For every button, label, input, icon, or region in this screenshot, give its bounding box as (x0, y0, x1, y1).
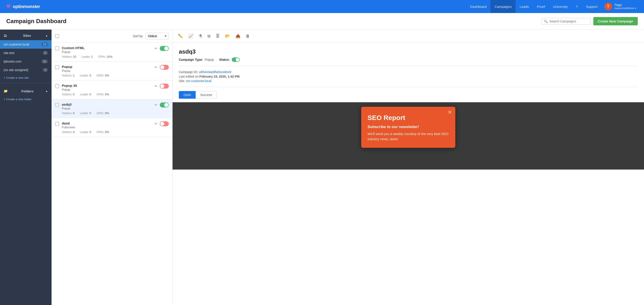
nav-dashboard[interactable]: Dashboard (466, 0, 490, 13)
sites-icon: 🗂 (4, 34, 7, 38)
detail-campaign-name: asdq3 (179, 48, 638, 55)
popup-close-icon[interactable]: ✕ (448, 109, 452, 115)
sidebar-item-site-test[interactable]: site.test 0 (0, 49, 52, 57)
toolbar-delete-icon[interactable]: 🗑 (245, 33, 251, 40)
nav-leads[interactable]: Leads (516, 0, 533, 13)
create-campaign-button[interactable]: Create New Campaign (593, 17, 638, 25)
content-area: Sort by Oldest Newest Name A-Z Name Z-A … (52, 30, 644, 305)
campaign-actions-5: ✏ (154, 121, 169, 126)
detail-body: asdq3 Campaign Type: Popup Status: Campa… (172, 43, 644, 175)
sidebar-item-label-1: om-customer.local (4, 43, 42, 46)
logo[interactable]: 👾 optinmonster (6, 4, 40, 10)
toolbar-archive-icon[interactable]: 🗄 (215, 33, 221, 40)
nav-university[interactable]: University (549, 0, 572, 13)
campaign-name-1: Custom HTML (62, 46, 152, 50)
search-icon: 🔍 (544, 20, 548, 23)
campaign-detail: ✏️ 📈 ⚗ ⧉ 🗄 📂 📤 🗑 asdq3 Campaign Type: Po… (172, 30, 644, 305)
sidebar-item-tjdsneto[interactable]: tjdsneto.com 11 (0, 57, 52, 66)
sidebar-badge-4: 3 (42, 68, 48, 72)
campaign-actions-2: ✏ (154, 65, 169, 70)
campaign-actions-1: ✏ (154, 46, 169, 51)
campaign-checkbox-2[interactable] (55, 65, 59, 69)
sidebar-item-no-site[interactable]: (no site assigned) 3 (0, 66, 52, 74)
sites-label: Sites (23, 34, 31, 38)
tab-success[interactable]: Success (196, 91, 217, 99)
avatar: T (604, 3, 612, 10)
user-menu[interactable]: T Tiago AwesomeMotive ▾ (602, 3, 638, 10)
status-toggle-5[interactable] (160, 121, 169, 126)
folders-section: 📁 Folders ▲ + Create a new folder (0, 85, 52, 103)
popup-subtitle: Subscribe to our newsletter! (368, 125, 449, 129)
create-new-site-link[interactable]: + Create a new site (0, 74, 52, 81)
folders-toggle-icon: ▲ (45, 90, 48, 93)
edit-campaign-2-icon[interactable]: ✏ (154, 65, 158, 69)
detail-meta-type: Campaign Type: Popup Status: (179, 57, 638, 62)
sidebar-item-label-2: site.test (4, 51, 42, 55)
detail-status-toggle[interactable] (232, 57, 240, 62)
nav-proof[interactable]: Proof (533, 0, 549, 13)
edit-campaign-4-icon[interactable]: ✏ (154, 103, 158, 107)
edit-campaign-1-icon[interactable]: ✏ (154, 47, 158, 51)
sidebar-item-label-4: (no site assigned) (4, 68, 42, 72)
campaign-name-2: Popup (62, 65, 152, 69)
sidebar-item-om-customer[interactable]: om-customer.local 12 (0, 40, 52, 49)
campaign-checkbox-4[interactable] (55, 103, 59, 107)
toolbar-copy-icon[interactable]: ⧉ (206, 33, 211, 40)
nav-campaigns[interactable]: Campaigns (490, 0, 516, 13)
search-box[interactable]: 🔍 (541, 18, 591, 25)
campaign-checkbox-3[interactable] (55, 84, 59, 88)
folders-label: Folders (21, 89, 34, 93)
sort-select[interactable]: Oldest Newest Name A-Z Name Z-A (146, 33, 169, 40)
campaign-info-3: Popup 35 Popup Visitors: 0 Leads: 0 CR%:… (62, 84, 152, 96)
campaign-row-2[interactable]: Popup Popup Visitors: 1 Leads: 0 CR%: 0%… (52, 62, 172, 81)
status-toggle-4[interactable] (160, 103, 169, 107)
toolbar-folder-icon[interactable]: 📂 (224, 33, 231, 40)
popup-title: SEO Report (368, 114, 449, 122)
sidebar-badge-1: 12 (42, 42, 48, 47)
campaign-row-3[interactable]: Popup 35 Popup Visitors: 0 Leads: 0 CR%:… (52, 81, 172, 99)
campaign-name-3: Popup 35 (62, 84, 152, 88)
campaign-row-5[interactable]: dasd Fullscreen Visitors: 0 Leads: 0 CR%… (52, 118, 172, 137)
campaign-info-2: Popup Popup Visitors: 1 Leads: 0 CR%: 0% (62, 65, 152, 77)
campaign-checkbox-1[interactable] (55, 47, 59, 51)
search-input[interactable] (550, 20, 588, 23)
support-link[interactable]: Support (582, 0, 602, 13)
campaign-row-4[interactable]: asdq3 Popup Visitors: 6 Leads: 0 CR%: 0%… (52, 99, 172, 118)
create-new-folder-link[interactable]: + Create a new folder (0, 96, 52, 103)
status-toggle-2[interactable] (160, 65, 169, 70)
header-checkbox[interactable] (55, 34, 59, 38)
toolbar-export-icon[interactable]: 📤 (234, 33, 241, 40)
status-toggle-3[interactable] (160, 84, 169, 89)
sidebar-item-label-3: tjdsneto.com (4, 60, 42, 63)
campaign-stats-3: Visitors: 0 Leads: 0 CR%: 0% (62, 93, 152, 96)
campaign-type-3: Popup (62, 88, 152, 91)
detail-toolbar: ✏️ 📈 ⚗ ⧉ 🗄 📂 📤 🗑 (172, 30, 644, 43)
campaign-row-1[interactable]: Custom HTML Popup Visitors: 10 Leads: 1 … (52, 43, 172, 62)
logo-text: optinmonster (13, 4, 40, 9)
sidebar-badge-2: 0 (42, 51, 48, 55)
campaign-info-5: dasd Fullscreen Visitors: 0 Leads: 0 CR%… (62, 121, 152, 134)
username: Tiago (614, 3, 636, 7)
campaign-type-2: Popup (62, 69, 152, 73)
detail-site-link[interactable]: om-customer.local (186, 79, 212, 83)
topnav: 👾 optinmonster Dashboard Campaigns Leads… (0, 0, 644, 13)
help-button[interactable]: ? (572, 0, 582, 13)
campaign-id-link[interactable]: u854v0wp6fw0sosktvt3 (199, 70, 231, 74)
logo-icon: 👾 (6, 4, 12, 10)
user-subname: AwesomeMotive ▾ (614, 7, 636, 10)
popup-body: We'll send you a weekly roundup of the v… (368, 131, 449, 142)
status-toggle-1[interactable] (160, 46, 169, 51)
header-actions: 🔍 Create New Campaign (541, 17, 638, 25)
tab-optin[interactable]: Optin (179, 91, 196, 99)
toolbar-analytics-icon[interactable]: 📈 (187, 33, 194, 40)
toggle-knob-5 (160, 122, 164, 126)
edit-campaign-5-icon[interactable]: ✏ (154, 122, 158, 126)
detail-tabs: Optin Success (179, 91, 638, 99)
toolbar-edit-icon[interactable]: ✏️ (177, 33, 184, 40)
toolbar-filter-icon[interactable]: ⚗ (198, 33, 203, 40)
edit-campaign-3-icon[interactable]: ✏ (154, 84, 158, 88)
campaign-name-5: dasd (62, 121, 152, 125)
detail-status-knob (236, 58, 239, 62)
campaign-actions-3: ✏ (154, 84, 169, 89)
campaign-checkbox-5[interactable] (55, 122, 59, 126)
